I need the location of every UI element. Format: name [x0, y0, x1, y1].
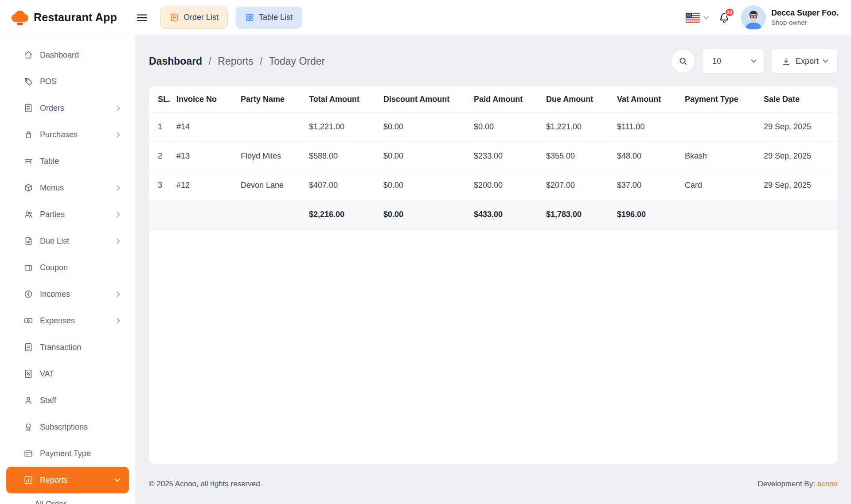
receipt-icon [23, 342, 33, 352]
clipboard-icon [23, 103, 33, 113]
sidebar-item-incomes[interactable]: Incomes [0, 281, 135, 307]
sidebar-subitem-label: All Order [35, 500, 66, 504]
sidebar-item-payment-type[interactable]: Payment Type [0, 440, 135, 467]
sidebar-item-transaction[interactable]: Transaction [0, 334, 135, 361]
total-cell: $0.00 [383, 200, 474, 229]
cell-invoice: #14 [176, 112, 241, 141]
chevron-right-icon [114, 185, 120, 191]
cell-vat: $48.00 [617, 141, 685, 171]
sidebar-item-subscriptions[interactable]: Subscriptions [0, 414, 135, 440]
sidebar: Dashboard POS Orders Purchases Table Men… [0, 35, 136, 504]
sidebar-item-dashboard[interactable]: Dashboard [0, 42, 135, 68]
total-cell: $433.00 [474, 200, 546, 229]
column-header: Total Amount [309, 87, 383, 112]
sidebar-item-menus[interactable]: Menus [0, 174, 135, 201]
order-list-label: Order List [183, 13, 219, 22]
sidebar-item-label: Payment Type [40, 449, 91, 458]
total-cell [149, 200, 176, 229]
package-icon [23, 183, 33, 193]
language-selector[interactable] [685, 12, 708, 23]
column-header: Payment Type [685, 87, 764, 112]
page-size-value: 10 [712, 57, 721, 66]
development-link[interactable]: acnoo [817, 480, 838, 488]
cell-total: $407.00 [309, 171, 383, 200]
cell-discount: $0.00 [383, 112, 474, 141]
cell-due: $1,221.00 [546, 112, 617, 141]
cell-discount: $0.00 [383, 171, 474, 200]
page-size-select[interactable]: 10 [702, 49, 764, 74]
sidebar-item-parties[interactable]: Parties [0, 201, 135, 228]
users-icon [23, 209, 33, 219]
bar-chart-icon [23, 475, 33, 485]
chevron-right-icon [114, 132, 120, 138]
order-list-button[interactable]: Order List [160, 7, 228, 29]
sidebar-subitem-all-order[interactable]: All Order [0, 493, 135, 504]
export-button[interactable]: Export [771, 49, 838, 74]
breadcrumb-separator: / [209, 55, 211, 67]
sidebar-item-orders[interactable]: Orders [0, 95, 135, 121]
sidebar-item-label: Table [40, 157, 59, 166]
sidebar-item-label: Purchases [40, 130, 78, 140]
header-right: 23 Decca Super Foo. Shop- [685, 5, 839, 30]
sidebar-item-staff[interactable]: Staff [0, 387, 135, 414]
banknote-icon [23, 316, 33, 326]
breadcrumb-root[interactable]: Dashboard [149, 55, 202, 67]
person-icon [23, 395, 33, 405]
sidebar-item-label: Due List [40, 236, 69, 246]
home-icon [23, 50, 33, 60]
column-header: Discount Amount [383, 87, 474, 112]
cell-payment-type [685, 112, 764, 141]
sidebar-item-due-list[interactable]: Due List [0, 228, 135, 254]
column-header: Due Amount [546, 87, 617, 112]
cell-invoice: #13 [176, 141, 241, 171]
sidebar-item-vat[interactable]: VAT [0, 361, 135, 387]
cell-sale-date: 29 Sep, 2025 [764, 112, 838, 141]
total-cell [241, 200, 309, 229]
notifications-button[interactable]: 23 [718, 12, 730, 24]
sidebar-item-label: Reports [40, 476, 68, 485]
cell-party [241, 112, 309, 141]
sidebar-item-label: Parties [40, 210, 65, 219]
table-list-button[interactable]: Table List [236, 7, 302, 29]
cell-total: $1,221.00 [309, 112, 383, 141]
cell-sale-date: 29 Sep, 2025 [764, 171, 838, 200]
today-order-table: SL. Invoice No Party Name Total Amount D… [149, 87, 838, 229]
sidebar-item-pos[interactable]: POS [0, 68, 135, 95]
brand[interactable]: Restaurant App [11, 9, 136, 26]
top-header: Restaurant App Order List Table List [0, 0, 851, 35]
sidebar-item-label: Subscriptions [40, 423, 88, 432]
column-header: SL. [149, 87, 176, 112]
total-cell [685, 200, 764, 229]
app-root: Restaurant App Order List Table List [0, 0, 851, 504]
total-cell: $1,783.00 [546, 200, 617, 229]
chevron-right-icon [114, 238, 120, 244]
breadcrumb: Dashboard / Reports / Today Order [149, 55, 325, 67]
sidebar-toggle-button[interactable] [136, 12, 148, 24]
breadcrumb-section[interactable]: Reports [218, 55, 254, 67]
table-list-icon [245, 13, 254, 22]
development-credit: Development By: acnoo [757, 480, 838, 488]
cell-vat: $111.00 [617, 112, 685, 141]
column-header: Paid Amount [474, 87, 546, 112]
sidebar-item-label: VAT [40, 369, 54, 379]
sidebar-item-label: Transaction [40, 343, 81, 352]
copyright-text: © 2025 Acnoo, all rights reserved. [149, 480, 262, 488]
sidebar-item-reports[interactable]: Reports [6, 467, 129, 493]
column-header: Sale Date [764, 87, 838, 112]
cell-sl: 2 [149, 141, 176, 171]
credit-card-icon [23, 449, 33, 458]
us-flag-icon [685, 12, 700, 23]
chevron-right-icon [114, 318, 120, 324]
chevron-down-icon [703, 14, 709, 19]
cell-paid: $200.00 [474, 171, 546, 200]
user-profile[interactable]: Decca Super Foo. Shop-owner [741, 5, 839, 30]
sidebar-item-purchases[interactable]: Purchases [0, 121, 135, 148]
search-button[interactable] [671, 49, 695, 73]
table-list-label: Table List [259, 13, 293, 22]
sidebar-item-table[interactable]: Table [0, 148, 135, 174]
sidebar-item-coupon[interactable]: Coupon [0, 254, 135, 281]
user-avatar [741, 5, 766, 30]
dollar-circle-icon [23, 289, 33, 299]
sidebar-item-expenses[interactable]: Expenses [0, 307, 135, 334]
tag-icon [23, 77, 33, 86]
